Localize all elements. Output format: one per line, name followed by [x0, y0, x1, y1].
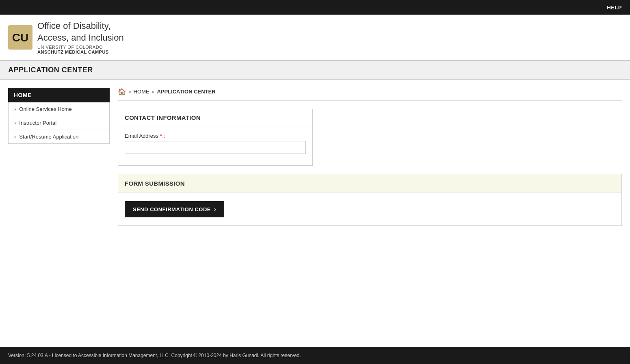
- breadcrumb-app-center: APPLICATION CENTER: [157, 89, 215, 95]
- org-name-line2: Access, and Inclusion: [37, 32, 124, 44]
- logo-text: Office of Disability, Access, and Inclus…: [37, 20, 124, 54]
- chevron-icon: ›: [14, 134, 16, 140]
- sidebar-item-instructor-portal[interactable]: › Instructor Portal: [9, 116, 109, 130]
- email-label: Email Address * :: [125, 133, 306, 139]
- breadcrumb: 🏠 » HOME » APPLICATION CENTER: [118, 88, 622, 101]
- footer: Version: 5.24.03.A - Licensed to Accessi…: [0, 347, 630, 364]
- breadcrumb-home[interactable]: HOME: [134, 89, 149, 95]
- help-link[interactable]: HELP: [607, 4, 622, 11]
- send-confirmation-code-button[interactable]: SEND CONFIRMATION CODE ›: [125, 201, 224, 217]
- send-code-label: SEND CONFIRMATION CODE: [133, 206, 211, 212]
- org-name-line1: Office of Disability,: [37, 20, 124, 32]
- svg-text:CU: CU: [12, 31, 28, 44]
- sidebar-item-label: Start/Resume Application: [19, 134, 78, 140]
- chevron-icon: ›: [14, 106, 16, 112]
- app-center-title: APPLICATION CENTER: [8, 66, 93, 74]
- sidebar-home-header: HOME: [8, 88, 110, 102]
- email-input[interactable]: [125, 141, 306, 154]
- top-bar: HELP: [0, 0, 630, 15]
- logo-container: CU Office of Disability, Access, and Inc…: [8, 20, 124, 54]
- sidebar-item-start-resume[interactable]: › Start/Resume Application: [9, 130, 109, 143]
- cu-logo-icon: CU: [8, 25, 32, 50]
- campus-name: ANSCHUTZ MEDICAL CAMPUS: [37, 50, 124, 54]
- chevron-icon: ›: [14, 120, 16, 126]
- arrow-icon: ›: [214, 206, 216, 212]
- contact-info-header: CONTACT INFORMATION: [118, 109, 312, 126]
- form-submission-body: SEND CONFIRMATION CODE ›: [118, 193, 621, 225]
- main-content: HOME › Online Services Home › Instructor…: [0, 80, 630, 347]
- sidebar-item-label: Instructor Portal: [19, 120, 56, 126]
- sidebar-item-online-services[interactable]: › Online Services Home: [9, 102, 109, 116]
- sidebar-item-label: Online Services Home: [19, 106, 71, 112]
- form-submission-header: FORM SUBMISSION: [118, 174, 621, 193]
- contact-info-card: CONTACT INFORMATION Email Address * :: [118, 109, 313, 166]
- contact-info-body: Email Address * :: [118, 126, 312, 165]
- breadcrumb-separator: »: [152, 89, 155, 95]
- required-star: *: [160, 133, 162, 139]
- form-submission-section: FORM SUBMISSION SEND CONFIRMATION CODE ›: [118, 174, 622, 226]
- email-form-group: Email Address * :: [125, 133, 306, 154]
- sidebar-nav: › Online Services Home › Instructor Port…: [8, 102, 110, 144]
- content-area: 🏠 » HOME » APPLICATION CENTER CONTACT IN…: [118, 88, 622, 339]
- breadcrumb-separator: »: [128, 89, 131, 95]
- footer-text: Version: 5.24.03.A - Licensed to Accessi…: [8, 353, 301, 358]
- home-icon[interactable]: 🏠: [118, 88, 126, 95]
- university-name: UNIVERSITY OF COLORADO: [37, 45, 124, 50]
- app-center-bar: APPLICATION CENTER: [0, 61, 630, 80]
- header: CU Office of Disability, Access, and Inc…: [0, 15, 630, 61]
- sidebar: HOME › Online Services Home › Instructor…: [8, 88, 110, 339]
